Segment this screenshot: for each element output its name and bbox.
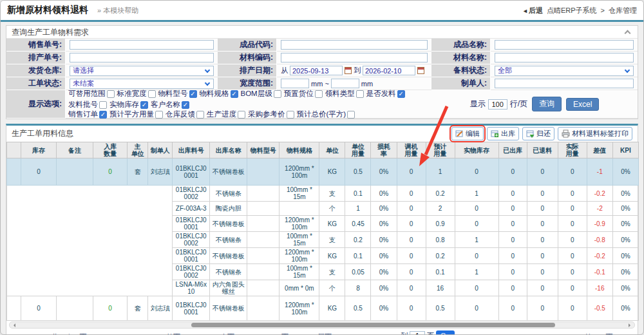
product-name-input[interactable]: [495, 40, 634, 50]
date-to-prefix: 到: [354, 66, 361, 75]
option-checkbox[interactable]: [182, 101, 189, 109]
table-row[interactable]: 01BKLCJ00002不锈钢条100mm * 15m支0.10%00.2100…: [7, 186, 639, 202]
table-cell: -2: [587, 202, 612, 216]
table-cell: 套: [128, 296, 148, 321]
display-option: 发料批号: [68, 100, 107, 110]
table-cell: 01BKLCJ00002: [173, 186, 210, 202]
table-cell: 0%: [371, 186, 397, 202]
product-code-input[interactable]: [281, 40, 428, 50]
table-cell: 0%: [371, 202, 397, 216]
table-cell: 0: [558, 186, 587, 202]
scroll-right-icon[interactable]: [629, 323, 632, 327]
option-checkbox[interactable]: [99, 101, 107, 109]
table-cell: [247, 248, 279, 264]
warehouse-select[interactable]: 请选择: [70, 66, 214, 76]
option-checkbox[interactable]: [238, 111, 245, 119]
option-checkbox[interactable]: [189, 90, 197, 98]
excel-button[interactable]: Excel: [566, 98, 599, 111]
calendar-icon[interactable]: [345, 67, 352, 74]
table-row[interactable]: 00套刘志瑱01BKLCJ00001不锈钢卷板1200mm * 100mKG0.…: [7, 158, 639, 186]
option-checkbox[interactable]: [196, 111, 204, 119]
table-cell: 0: [455, 296, 498, 321]
option-checkbox[interactable]: [397, 90, 405, 98]
column-header: 入库 数量: [93, 142, 128, 158]
display-option: 采购参考价: [248, 110, 294, 119]
option-checkbox[interactable]: [287, 111, 294, 119]
option-checkbox[interactable]: [315, 90, 323, 98]
width-unit-mid: mm ~: [311, 80, 329, 88]
table-cell: 0: [93, 158, 128, 186]
query-form: 销售单号: 成品代码: 成品名称: 排产单号: 材料编码: 材料名称: 发货仓库…: [6, 38, 638, 119]
divider: [1, 20, 643, 22]
first-page-link[interactable]: 首页: [166, 332, 180, 335]
breadcrumb-area-link[interactable]: 仓库管理: [609, 6, 637, 15]
breadcrumb-system-link[interactable]: 点晴ERP子系统: [547, 6, 597, 15]
column-header: 已退料: [527, 142, 558, 158]
go-button[interactable]: Go: [436, 330, 455, 335]
product-name-label: 成品名称:: [431, 39, 491, 52]
order-status-select[interactable]: 未结案: [70, 79, 214, 89]
table-cell: [247, 216, 279, 232]
table-cell: 支: [319, 232, 345, 248]
chevron-down-icon: [205, 80, 210, 85]
maker-label: 制单人:: [431, 77, 491, 90]
width-min-input[interactable]: [281, 79, 309, 88]
table-cell: 0: [527, 296, 558, 321]
collapse-icon[interactable]: [625, 30, 631, 37]
goto-page-input[interactable]: [410, 331, 425, 335]
table-cell: -0.1: [587, 264, 612, 280]
prev-page-link[interactable]: 上页: [220, 332, 234, 335]
option-checkbox[interactable]: [356, 90, 364, 98]
last-page-link[interactable]: 尾页: [317, 332, 332, 335]
query-button[interactable]: 查询: [532, 97, 562, 111]
outbound-button[interactable]: 出库: [487, 127, 519, 140]
table-cell: 个: [319, 202, 345, 216]
option-checkbox[interactable]: [231, 90, 238, 98]
back-link[interactable]: ◄后退: [522, 6, 543, 15]
stock-status-select[interactable]: 全部: [495, 66, 634, 76]
print-label-button[interactable]: 材料退料标签打印: [558, 127, 632, 140]
page-size-input[interactable]: [488, 99, 507, 110]
column-header: 已出库: [498, 142, 527, 158]
table-row[interactable]: 00套刘志瑱01BKLCJ00001不锈钢卷板1200mm * 100mKG0.…: [7, 296, 639, 321]
width-max-input[interactable]: [331, 79, 359, 88]
table-cell: 0: [558, 232, 587, 248]
display-option: 预计总价(平方): [297, 110, 355, 119]
table-cell: 0: [397, 248, 426, 264]
schedule-no-input[interactable]: [70, 53, 214, 62]
sales-no-input[interactable]: [70, 40, 214, 50]
material-code-input[interactable]: [281, 53, 428, 62]
date-from-input[interactable]: [290, 66, 343, 75]
return-button[interactable]: 归还: [522, 127, 554, 140]
option-checkbox[interactable]: [107, 90, 115, 98]
horizontal-scrollbar[interactable]: [9, 321, 635, 329]
option-label: 采购参考价: [248, 110, 285, 119]
option-checkbox[interactable]: [140, 101, 148, 109]
next-page-link[interactable]: 下页: [274, 332, 289, 335]
table-cell: -0.8: [587, 232, 612, 248]
option-label: 仓库反馈: [166, 110, 195, 119]
edit-button[interactable]: 编辑: [451, 127, 484, 140]
module-help-link[interactable]: » 本模块帮助: [97, 6, 138, 15]
column-header: 实物库存: [455, 142, 498, 158]
table-cell: 不锈钢条: [210, 186, 247, 202]
query-panel-title: 查询生产工单物料需求: [12, 27, 89, 38]
table-cell: 刘志瑱: [148, 296, 173, 321]
date-to-input[interactable]: [363, 66, 415, 75]
page-info: 第 1/1 页: [585, 332, 612, 335]
table-cell: 0.2: [426, 248, 455, 264]
scroll-left-icon[interactable]: [12, 323, 15, 327]
material-name-input[interactable]: [495, 53, 634, 62]
table-cell: [247, 296, 279, 321]
maker-input[interactable]: [495, 79, 634, 88]
calendar-icon[interactable]: [417, 67, 424, 74]
option-checkbox[interactable]: [148, 90, 156, 98]
option-checkbox[interactable]: [155, 111, 163, 119]
column-header: 实际 用量: [558, 142, 587, 158]
scrollbar-thumb[interactable]: [191, 323, 555, 327]
table-cell: 支: [319, 264, 345, 280]
option-checkbox[interactable]: [347, 111, 355, 119]
option-checkbox[interactable]: [99, 111, 107, 119]
table-cell: 0.1: [426, 264, 455, 280]
option-checkbox[interactable]: [274, 90, 281, 98]
